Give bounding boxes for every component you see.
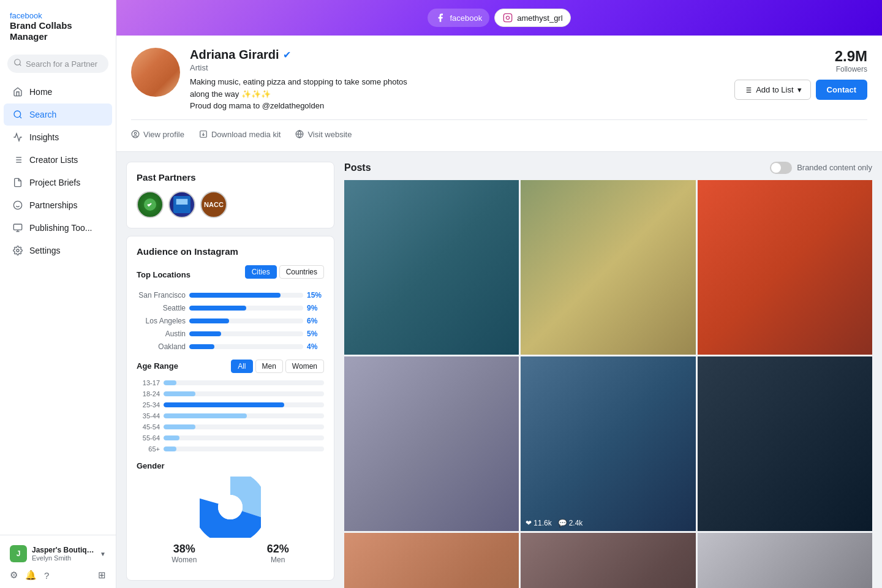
- location-row-seattle: Seattle 9%: [137, 304, 324, 312]
- sidebar-item-partnerships[interactable]: Partnerships: [4, 194, 112, 216]
- sidebar-item-settings-label: Settings: [29, 246, 61, 255]
- top-locations-section: Top Locations Cities Countries San Franc…: [137, 265, 324, 351]
- account-name: Jasper's Boutique: [32, 546, 95, 554]
- platform-tab-instagram[interactable]: amethyst_grl: [494, 9, 570, 27]
- followers-count: 2.9M: [734, 48, 867, 65]
- contact-button[interactable]: Contact: [816, 80, 867, 100]
- help-icon[interactable]: ?: [44, 570, 49, 581]
- content-area: Past Partners NACC Audience on Instagram: [116, 152, 882, 589]
- platform-tab-facebook[interactable]: facebook: [428, 9, 489, 27]
- chevron-down-icon: ▾: [797, 85, 802, 94]
- post-3[interactable]: [698, 180, 872, 355]
- view-profile-link[interactable]: View profile: [131, 127, 184, 141]
- post-5[interactable]: ❤ 11.6k 💬 2.4k: [521, 356, 695, 531]
- settings-footer-icon[interactable]: ⚙: [10, 570, 18, 581]
- sidebar-nav: Home Search Insights Creator Lists Proje…: [0, 78, 116, 535]
- partners-list: NACC: [137, 191, 324, 218]
- layout-icon[interactable]: ⊞: [98, 570, 106, 581]
- list-icon: [12, 154, 23, 165]
- sidebar-item-creator-lists[interactable]: Creator Lists: [4, 149, 112, 171]
- sidebar-item-publishing-tools-label: Publishing Too...: [29, 223, 92, 233]
- gender-subtitle: Gender: [137, 461, 324, 470]
- age-bar-45-54: [164, 424, 324, 429]
- posts-grid: ❤ 11.6k 💬 2.4k: [344, 180, 872, 589]
- profile-nav-icon: [131, 130, 140, 138]
- download-media-kit-link[interactable]: Download media kit: [199, 127, 281, 141]
- location-pct-sf: 15%: [307, 291, 324, 300]
- sidebar-item-search[interactable]: Search: [4, 104, 112, 126]
- sidebar-item-project-briefs[interactable]: Project Briefs: [4, 172, 112, 194]
- sidebar-item-publishing-tools[interactable]: Publishing Too...: [4, 217, 112, 239]
- age-bar-13-17: [164, 380, 324, 385]
- branded-toggle-label: Branded content only: [797, 163, 872, 172]
- audience-card: Audience on Instagram Top Locations Citi…: [126, 236, 334, 581]
- age-row-25-34: 25-34: [137, 401, 324, 409]
- instagram-icon: [502, 12, 513, 23]
- profile-name: Adriana Girardi: [190, 48, 279, 62]
- svg-point-0: [15, 59, 20, 65]
- post-6[interactable]: [698, 356, 872, 531]
- post-7[interactable]: [344, 533, 519, 588]
- gender-labels: 38% Women 62% Men: [137, 543, 324, 564]
- download-icon: [199, 130, 208, 138]
- verified-icon: ✔: [283, 49, 291, 61]
- post-5-stats: ❤ 11.6k 💬 2.4k: [526, 519, 582, 527]
- post-2[interactable]: [521, 180, 695, 355]
- toggle-switch[interactable]: [770, 162, 792, 174]
- branded-content-toggle[interactable]: Branded content only: [770, 162, 872, 174]
- sidebar-item-settings[interactable]: Settings: [4, 239, 112, 262]
- age-label-18-24: 18-24: [137, 390, 160, 398]
- men-filter-btn[interactable]: Men: [255, 360, 283, 373]
- instagram-tab-label: amethyst_grl: [517, 13, 562, 23]
- add-to-list-button[interactable]: Add to List ▾: [734, 80, 810, 100]
- account-user: Evelyn Smith: [32, 554, 95, 562]
- partner-avatar-3[interactable]: NACC: [200, 191, 227, 218]
- svg-point-30: [218, 495, 243, 519]
- partner-avatar-1[interactable]: [137, 191, 164, 218]
- profile-stats: 2.9M Followers Add to List ▾ Contact: [734, 48, 867, 100]
- svg-rect-15: [504, 13, 512, 21]
- location-bar-oakland: [189, 344, 303, 349]
- handshake-icon: [12, 200, 23, 211]
- account-switcher[interactable]: J Jasper's Boutique Evelyn Smith ▼: [7, 541, 108, 566]
- main-content: facebook amethyst_grl Adriana Girardi ✔ …: [116, 0, 882, 588]
- notifications-icon[interactable]: 🔔: [25, 570, 37, 581]
- location-pct-la: 6%: [307, 317, 324, 325]
- age-bar-55-64: [164, 435, 324, 440]
- left-panel: Past Partners NACC Audience on Instagram: [126, 162, 334, 589]
- name-row: Adriana Girardi ✔: [190, 48, 725, 62]
- search-input[interactable]: [26, 59, 102, 69]
- past-partners-title: Past Partners: [137, 172, 324, 183]
- sidebar-item-project-briefs-label: Project Briefs: [29, 178, 80, 187]
- all-filter-btn[interactable]: All: [231, 360, 252, 373]
- location-row-sf: San Francisco 15%: [137, 291, 324, 300]
- sidebar-item-home[interactable]: Home: [4, 81, 112, 103]
- insights-icon: [12, 132, 23, 143]
- avatar: [131, 48, 180, 97]
- post-9[interactable]: [698, 533, 872, 588]
- age-range-section: Age Range All Men Women 13-17 18-24: [137, 360, 324, 453]
- post-4[interactable]: [344, 356, 519, 531]
- post-8[interactable]: [521, 533, 695, 588]
- women-pct: 38%: [172, 543, 197, 556]
- search-box[interactable]: [7, 55, 108, 73]
- partner-avatar-2[interactable]: [168, 191, 195, 218]
- age-label-35-44: 35-44: [137, 412, 160, 420]
- sidebar-item-home-label: Home: [29, 87, 52, 97]
- countries-filter-btn[interactable]: Countries: [279, 265, 324, 279]
- posts-title: Posts: [344, 162, 371, 173]
- age-bar-35-44: [164, 413, 324, 418]
- sidebar: facebook Brand Collabs Manager Home Sear…: [0, 0, 116, 588]
- profile-header-banner: facebook amethyst_grl: [116, 0, 882, 36]
- svg-point-22: [134, 132, 137, 135]
- profile-nav: View profile Download media kit Visit we…: [131, 119, 867, 141]
- post-1[interactable]: [344, 180, 519, 355]
- age-row-55-64: 55-64: [137, 434, 324, 442]
- women-filter-btn[interactable]: Women: [285, 360, 324, 373]
- visit-website-link[interactable]: Visit website: [295, 127, 352, 141]
- svg-point-1: [14, 111, 21, 118]
- sidebar-item-insights[interactable]: Insights: [4, 126, 112, 148]
- location-row-oakland: Oakland 4%: [137, 342, 324, 351]
- cities-filter-btn[interactable]: Cities: [245, 265, 277, 279]
- search-icon: [13, 58, 22, 69]
